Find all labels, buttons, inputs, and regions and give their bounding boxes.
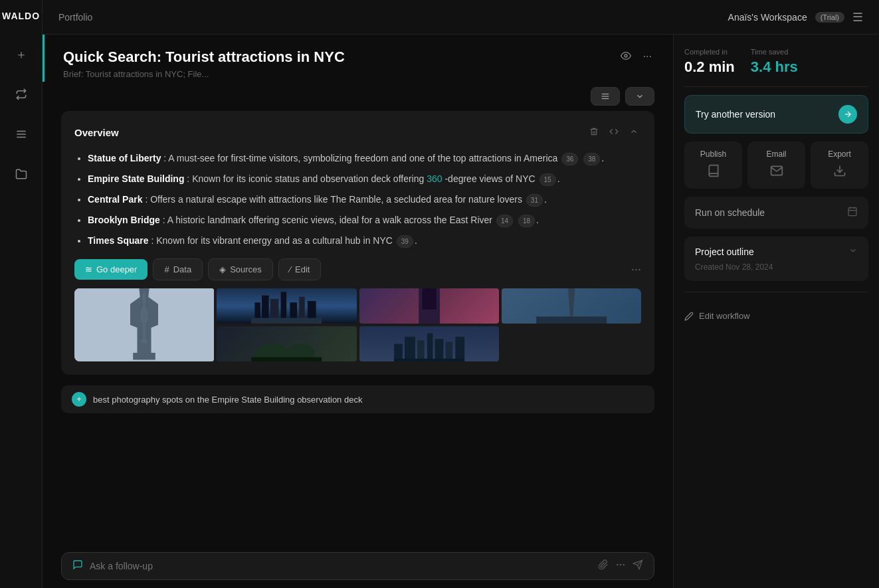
code-icon[interactable] [607, 124, 621, 141]
image-cell-statue [74, 288, 214, 361]
edit-workflow-button[interactable]: Edit workflow [684, 306, 868, 326]
send-icon[interactable] [633, 559, 643, 573]
page-subtitle: Brief: Tourist attractions in NYC; File.… [63, 69, 654, 79]
list-item: Brooklyn Bridge : A historic landmark of… [88, 213, 641, 227]
export-icon [819, 164, 860, 181]
list-item: Central Park : Offers a natural escape w… [88, 193, 641, 207]
data-label: Data [173, 264, 191, 274]
schedule-card[interactable]: Run on schedule [684, 197, 868, 229]
svg-rect-31 [394, 359, 464, 361]
time-saved-label: Time saved [751, 48, 798, 56]
overview-list: Statue of Liberty : A must-see for first… [74, 151, 641, 248]
svg-rect-27 [427, 334, 432, 361]
attachment-icon[interactable] [598, 559, 609, 573]
list-view-button[interactable] [591, 87, 620, 106]
image-cell-skyline1 [217, 288, 356, 324]
try-another-card[interactable]: Try another version [684, 95, 868, 134]
list-item: Empire State Building : Known for its ic… [88, 172, 641, 186]
sidebar: WALDO ＋ [0, 0, 43, 588]
email-card[interactable]: Email [747, 142, 805, 189]
go-deeper-icon: ≋ [85, 264, 92, 274]
overview-card: Overview [61, 111, 654, 375]
svg-point-34 [617, 564, 618, 565]
svg-rect-38 [848, 208, 856, 216]
svg-rect-19 [536, 316, 607, 324]
item-desc2: -degree views of NYC [444, 173, 535, 184]
item-name: Times Square [88, 235, 149, 246]
action-tabs: ≋ Go deeper # Data ◈ Sources ∕ [74, 258, 641, 280]
item-highlight: 360 [427, 173, 442, 184]
svg-marker-7 [141, 290, 148, 343]
image-cell-skyline2 [359, 326, 499, 361]
followup-bar [43, 544, 673, 588]
list-item: Times Square : Known for its vibrant ene… [88, 234, 641, 248]
list-item: Statue of Liberty : A must-see for first… [88, 151, 641, 165]
svg-rect-30 [455, 337, 464, 361]
topbar-right: Anaïs's Workspace (Trial) ☰ [728, 10, 863, 25]
page-header: Quick Search: Tourist attractions in NYC… [63, 48, 654, 66]
menu-icon[interactable]: ☰ [852, 10, 863, 25]
svg-point-3 [625, 54, 627, 57]
breadcrumb[interactable]: Portfolio [58, 12, 92, 23]
svg-rect-18 [425, 288, 433, 299]
suggestion-row[interactable]: + best photography spots on the Empire S… [61, 385, 654, 413]
go-deeper-button[interactable]: ≋ Go deeper [74, 259, 147, 280]
tab-more-icon[interactable]: ··· [631, 262, 641, 276]
badge-15: 15 [539, 173, 556, 186]
svg-marker-20 [568, 288, 575, 316]
page-title: Quick Search: Tourist attractions in NYC [63, 49, 345, 66]
svg-rect-29 [445, 342, 452, 361]
image-grid [74, 288, 641, 361]
workspace-name: Anaïs's Workspace [728, 12, 807, 23]
shuffle-icon[interactable] [9, 82, 33, 106]
followup-input[interactable] [90, 561, 591, 571]
visibility-icon[interactable] [618, 48, 634, 66]
badge-36: 36 [561, 153, 578, 165]
more-options-icon[interactable]: ··· [640, 48, 654, 66]
svg-point-32 [620, 564, 621, 565]
folder-icon[interactable] [9, 162, 33, 186]
collapse-button[interactable] [625, 87, 654, 106]
publish-label: Publish [692, 149, 734, 159]
schedule-title: Run on schedule [695, 207, 765, 218]
export-label: Export [819, 149, 860, 159]
item-desc: : A historic landmark offering scenic vi… [163, 215, 492, 225]
item-desc: : Known for its iconic status and observ… [187, 173, 427, 184]
image-cell-esb [359, 288, 499, 324]
item-name: Central Park [88, 194, 142, 205]
export-card[interactable]: Export [811, 142, 868, 189]
divider [684, 292, 868, 292]
main-area: Portfolio Anaïs's Workspace (Trial) ☰ Qu… [43, 0, 879, 588]
sources-label: Sources [230, 264, 262, 274]
outline-header[interactable]: Project outline [695, 246, 858, 257]
layers-icon[interactable] [9, 122, 33, 146]
suggestion-text: best photography spots on the Empire Sta… [93, 395, 362, 405]
collapse-card-icon[interactable] [627, 124, 641, 141]
data-tab-button[interactable]: # Data [153, 258, 203, 280]
email-icon [755, 164, 797, 181]
topbar: Portfolio Anaïs's Workspace (Trial) ☰ [43, 0, 879, 35]
sources-tab-button[interactable]: ◈ Sources [208, 258, 273, 280]
calendar-icon [847, 206, 858, 219]
chat-icon [72, 559, 83, 573]
item-desc: : Offers a natural escape with attractio… [145, 194, 522, 205]
edit-icon: ∕ [290, 264, 291, 274]
content-area: Quick Search: Tourist attractions in NYC… [43, 35, 879, 588]
sources-icon: ◈ [219, 264, 226, 274]
svg-rect-25 [405, 337, 415, 361]
svg-point-33 [623, 564, 624, 565]
suggestion-icon: + [72, 392, 86, 407]
publish-card[interactable]: Publish [684, 142, 742, 189]
delete-icon[interactable] [587, 124, 601, 141]
options-icon[interactable] [615, 559, 626, 573]
edit-tab-button[interactable]: ∕ Edit [278, 258, 322, 280]
center-scroll: Overview [43, 111, 673, 544]
add-button[interactable]: ＋ [9, 43, 33, 66]
item-name: Brooklyn Bridge [88, 215, 160, 225]
center-panel: Quick Search: Tourist attractions in NYC… [43, 35, 673, 588]
publish-icon [692, 164, 734, 181]
completed-label: Completed in [684, 48, 735, 56]
svg-rect-28 [435, 339, 443, 361]
created-text: Created Nov 28, 2024 [695, 262, 858, 272]
outline-title: Project outline [695, 246, 754, 257]
